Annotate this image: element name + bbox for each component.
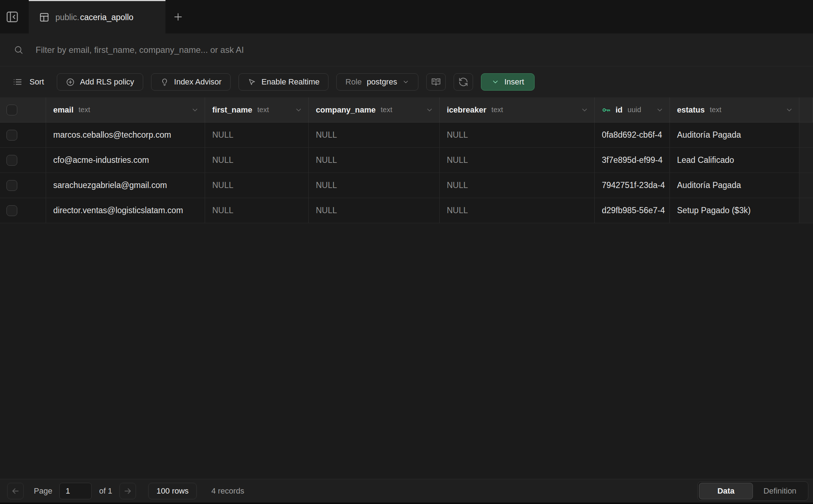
sidebar-collapse-button[interactable]	[0, 0, 24, 33]
cell-icebreaker[interactable]: NULL	[440, 123, 595, 147]
cell-estatus[interactable]: Setup Pagado ($3k)	[670, 198, 799, 223]
add-rls-policy-button[interactable]: Add RLS policy	[57, 73, 143, 91]
primary-key-icon	[602, 105, 611, 115]
tab-bar: public. caceria_apollo	[0, 0, 813, 33]
data-grid: email text first_name text	[0, 97, 813, 223]
column-header-estatus[interactable]: estatus text	[670, 97, 799, 122]
cell-first-name[interactable]: NULL	[205, 198, 309, 223]
table-row: cfo@acme-industries.com NULL NULL NULL 3…	[0, 148, 813, 173]
tab-public-caceria-apollo[interactable]: public. caceria_apollo	[29, 0, 165, 33]
table-icon	[39, 12, 50, 23]
previous-page-button[interactable]	[7, 483, 24, 499]
column-header-id[interactable]: id uuid	[595, 97, 670, 122]
row-checkbox[interactable]	[6, 180, 17, 191]
cell-estatus[interactable]: Auditoría Pagada	[670, 123, 799, 147]
role-label: Role	[345, 77, 362, 87]
cell-email[interactable]: cfo@acme-industries.com	[46, 148, 205, 173]
column-name: icebreaker	[447, 105, 486, 115]
chevron-down-icon	[491, 78, 499, 86]
next-page-button[interactable]	[119, 483, 136, 499]
table-row: director.ventas@logisticslatam.com NULL …	[0, 198, 813, 223]
rows-per-page-button[interactable]: 100 rows	[148, 483, 197, 499]
plus-circle-icon	[66, 78, 75, 87]
tab-definition[interactable]: Definition	[753, 483, 807, 499]
cell-estatus[interactable]: Auditoría Pagada	[670, 173, 799, 198]
cell-id[interactable]: 7942751f-23da-4	[595, 173, 670, 198]
chevron-down-icon[interactable]	[785, 106, 793, 114]
enable-realtime-button[interactable]: Enable Realtime	[239, 73, 328, 91]
cell-icebreaker[interactable]: NULL	[440, 148, 595, 173]
cell-company-name[interactable]: NULL	[309, 123, 440, 147]
cell-company-name[interactable]: NULL	[309, 173, 440, 198]
page-number-input[interactable]	[59, 483, 92, 499]
column-header-icebreaker[interactable]: icebreaker text	[440, 97, 595, 122]
row-select-cell	[0, 173, 46, 198]
insert-label: Insert	[504, 77, 524, 87]
grid-gutter-cell	[799, 123, 813, 147]
cell-id[interactable]: 0fa8d692-cb6f-4	[595, 123, 670, 147]
chevron-down-icon[interactable]	[191, 106, 199, 114]
column-name: id	[616, 105, 623, 115]
tab-table-label: caceria_apollo	[80, 13, 133, 22]
toolbar: Sort Add RLS policy Index Advisor	[0, 66, 813, 97]
chevron-down-icon[interactable]	[295, 106, 303, 114]
cell-email[interactable]: director.ventas@logisticslatam.com	[46, 198, 205, 223]
cell-email[interactable]: sarachuezgabriela@gmail.com	[46, 173, 205, 198]
column-header-first-name[interactable]: first_name text	[205, 97, 309, 122]
api-docs-button[interactable]	[426, 73, 446, 91]
view-toggle: Data Definition	[698, 481, 808, 501]
chevron-down-icon[interactable]	[426, 106, 433, 114]
row-checkbox[interactable]	[6, 155, 17, 166]
column-type: text	[257, 106, 269, 114]
role-select[interactable]: Role postgres	[336, 73, 418, 91]
column-name: first_name	[212, 105, 252, 115]
insert-button[interactable]: Insert	[481, 73, 535, 91]
refresh-button[interactable]	[454, 73, 473, 91]
row-checkbox[interactable]	[6, 205, 17, 216]
row-checkbox[interactable]	[6, 130, 17, 141]
book-open-icon	[431, 77, 441, 87]
select-all-checkbox[interactable]	[6, 105, 17, 115]
page-label: Page	[34, 486, 52, 496]
cell-first-name[interactable]: NULL	[205, 148, 309, 173]
column-name: email	[53, 105, 73, 115]
record-count: 4 records	[211, 486, 244, 496]
footer-bar: Page of 1 100 rows 4 records Data Defini…	[0, 479, 813, 503]
cell-estatus[interactable]: Lead Calificado	[670, 148, 799, 173]
grid-empty-area	[0, 223, 813, 479]
table-editor-app: public. caceria_apollo Sort	[0, 0, 813, 504]
column-type: text	[78, 106, 90, 114]
cell-email[interactable]: marcos.ceballos@techcorp.com	[46, 123, 205, 147]
column-header-company-name[interactable]: company_name text	[309, 97, 440, 122]
index-advisor-button[interactable]: Index Advisor	[151, 73, 231, 91]
cell-company-name[interactable]: NULL	[309, 148, 440, 173]
column-header-email[interactable]: email text	[46, 97, 205, 122]
enable-realtime-label: Enable Realtime	[262, 77, 319, 87]
cell-icebreaker[interactable]: NULL	[440, 198, 595, 223]
column-type: text	[491, 106, 503, 114]
row-select-cell	[0, 123, 46, 147]
cell-first-name[interactable]: NULL	[205, 173, 309, 198]
column-name: company_name	[316, 105, 376, 115]
arrow-right-icon	[123, 486, 132, 496]
cell-icebreaker[interactable]: NULL	[440, 173, 595, 198]
search-icon	[14, 45, 23, 55]
grid-gutter-header	[799, 97, 813, 122]
tab-data[interactable]: Data	[699, 483, 753, 499]
index-advisor-label: Index Advisor	[174, 77, 222, 87]
filter-input[interactable]	[36, 45, 813, 55]
grid-gutter-cell	[799, 173, 813, 198]
chevron-down-icon[interactable]	[581, 106, 589, 114]
column-type: uuid	[628, 106, 641, 114]
cell-company-name[interactable]: NULL	[309, 198, 440, 223]
cell-first-name[interactable]: NULL	[205, 123, 309, 147]
cell-id[interactable]: 3f7e895d-ef99-4	[595, 148, 670, 173]
select-all-cell	[0, 97, 46, 122]
new-tab-button[interactable]	[165, 0, 191, 33]
chevron-down-icon[interactable]	[656, 106, 664, 114]
arrow-left-icon	[11, 486, 20, 496]
filter-bar	[0, 33, 813, 66]
sort-button[interactable]: Sort	[13, 77, 44, 87]
table-row: sarachuezgabriela@gmail.com NULL NULL NU…	[0, 173, 813, 198]
cell-id[interactable]: d29fb985-56e7-4	[595, 198, 670, 223]
